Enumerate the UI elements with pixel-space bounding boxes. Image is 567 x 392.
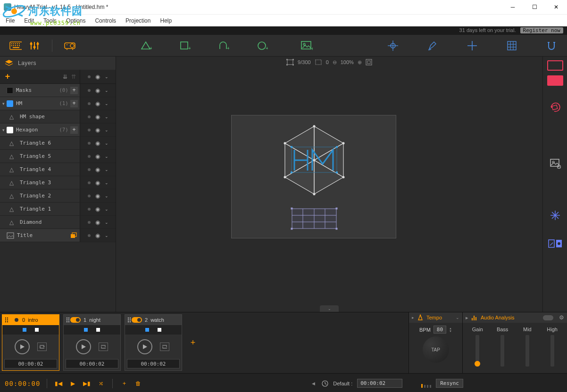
next-button[interactable]: ▶▮ (82, 380, 92, 387)
hm-add-button[interactable]: + (70, 100, 78, 107)
play-icon[interactable] (15, 339, 30, 354)
layer-title[interactable]: Title ◉⌄ (0, 229, 116, 242)
transport-bar: 00:00:00 ▮◀ ▶ ▶▮ ⤭ + 🗑 ◀ Default : Resyn… (0, 373, 567, 392)
grid-icon[interactable] (506, 40, 518, 51)
pen-icon[interactable] (426, 40, 439, 51)
clip-0[interactable]: 0intro 00:00:02 (2, 314, 59, 371)
fit-screen-icon[interactable] (366, 59, 372, 65)
loop-icon[interactable] (37, 343, 47, 351)
gain-slider[interactable]: Gain (466, 327, 490, 369)
play-button[interactable]: ▶ (68, 380, 77, 387)
svg-rect-66 (336, 146, 338, 148)
tap-button[interactable]: TAP (423, 336, 449, 363)
bpm-down-icon[interactable]: ▼ (449, 330, 452, 333)
chevron-icon[interactable]: ⌄ (105, 74, 108, 79)
menu-controls[interactable]: Controls (90, 16, 121, 26)
zoom-out-icon[interactable]: ⊖ (333, 59, 337, 65)
bounds-icon[interactable] (286, 59, 294, 65)
split-screen-icon[interactable] (548, 237, 563, 251)
fill-tool-button[interactable] (547, 75, 563, 86)
crosshair-icon[interactable] (466, 40, 478, 51)
bpm-label: BPM (419, 327, 431, 333)
menu-file[interactable]: File (1, 16, 19, 26)
resync-button[interactable]: Resync (436, 379, 463, 388)
layer-hm-shape[interactable]: △ HM shape ◉⌄ (0, 110, 116, 123)
layer-triangle-5[interactable]: △Triangle 5◉⌄ (0, 150, 116, 163)
media-settings-icon[interactable] (548, 156, 563, 171)
layer-triangle-6[interactable]: △Triangle 6◉⌄ (0, 137, 116, 150)
svg-point-60 (313, 193, 316, 196)
svg-point-59 (342, 176, 345, 179)
outline-tool-button[interactable] (547, 60, 563, 71)
restore-icon[interactable] (69, 232, 77, 239)
add-button[interactable]: + (119, 380, 129, 387)
add-clip-button[interactable]: + (186, 338, 200, 348)
svg-rect-50 (286, 59, 288, 60)
canvas-content[interactable] (232, 115, 397, 239)
layer-sort-up-icon[interactable]: ⇈ (71, 74, 76, 80)
window-maximize-button[interactable]: ☐ (524, 0, 545, 14)
high-slider[interactable]: High (540, 327, 564, 369)
hexagon-add-button[interactable]: + (70, 126, 78, 134)
add-image-icon[interactable]: + (300, 40, 313, 51)
clip-1[interactable]: 1night 00:00:02 (63, 314, 121, 371)
default-time-input[interactable] (357, 379, 402, 388)
layer-group-hexagon[interactable]: ▾ Hexagon (7) + ◉⌄ (0, 123, 116, 137)
layer-masks[interactable]: Masks (0) + ◉⌄ (0, 84, 116, 97)
layer-triangle-3[interactable]: △Triangle 3◉⌄ (0, 176, 116, 189)
clip-2[interactable]: 2watch 00:00:02 (125, 314, 182, 371)
layer-sort-down-icon[interactable]: ⇊ (63, 74, 67, 80)
bass-slider[interactable]: Bass (491, 327, 515, 369)
rotate-tool-icon[interactable] (548, 100, 563, 114)
layer-triangle-2[interactable]: △Triangle 2◉⌄ (0, 189, 116, 203)
bpm-input[interactable]: 80 (434, 326, 446, 334)
add-circle-icon[interactable]: + (256, 40, 268, 51)
vis-dot-icon[interactable] (88, 75, 91, 78)
magnet-icon[interactable] (545, 40, 558, 51)
window-minimize-button[interactable]: ─ (502, 0, 524, 14)
add-square-icon[interactable]: + (179, 40, 191, 51)
canvas-viewport[interactable]: ⌄ (116, 68, 542, 312)
window-close-button[interactable]: ✕ (545, 0, 567, 14)
gear-icon[interactable]: ⚙ (559, 314, 564, 321)
image-icon (7, 232, 14, 239)
menu-options[interactable]: Options (61, 16, 90, 26)
snap-star-icon[interactable] (548, 208, 563, 222)
zoom-in-icon[interactable]: ⊕ (358, 59, 362, 65)
svg-point-18 (33, 46, 36, 48)
layer-diamond[interactable]: △Diamond◉⌄ (0, 216, 116, 229)
svg-rect-95 (475, 317, 476, 320)
add-triangle-icon[interactable]: + (140, 40, 152, 51)
projector-icon[interactable] (64, 40, 76, 51)
sliders-icon[interactable] (28, 40, 41, 51)
canvas-expand-button[interactable]: ⌄ (320, 305, 339, 312)
clip-toggle-icon[interactable] (9, 317, 19, 323)
shuffle-icon[interactable]: ⤭ (96, 380, 106, 387)
shape-count: 9/300 (298, 59, 311, 65)
layer-triangle-1[interactable]: △Triangle 1◉⌄ (0, 203, 116, 216)
keyboard-icon[interactable] (9, 40, 22, 51)
center-target-icon[interactable] (387, 40, 399, 51)
add-arch-icon[interactable]: + (217, 40, 230, 51)
default-label: Default : (333, 381, 352, 386)
delete-icon[interactable]: 🗑 (133, 380, 143, 387)
canvas-frame[interactable] (231, 115, 396, 238)
menu-tools[interactable]: Tools (39, 16, 61, 26)
eye-icon[interactable]: ◉ (95, 74, 100, 80)
audio-toggle-icon[interactable] (543, 315, 553, 320)
menu-help[interactable]: Help (155, 16, 176, 26)
layer-add-button[interactable]: + (0, 72, 15, 82)
chevron-left-icon[interactable]: ◀ (312, 381, 315, 386)
layer-triangle-4[interactable]: △Triangle 4◉⌄ (0, 163, 116, 176)
masks-add-button[interactable]: + (70, 87, 78, 94)
selection-icon[interactable] (315, 59, 322, 65)
layer-group-hm[interactable]: ▾ HM (1) + ◉⌄ (0, 97, 116, 110)
svg-rect-5 (15, 43, 16, 44)
mid-slider[interactable]: Mid (516, 327, 540, 369)
prev-button[interactable]: ▮◀ (54, 380, 63, 387)
svg-rect-7 (19, 43, 20, 44)
menu-projection[interactable]: Projection (121, 16, 155, 26)
register-button[interactable]: Register now (520, 27, 563, 33)
audio-bars-icon (471, 314, 478, 321)
menu-edit[interactable]: Edit (19, 16, 39, 26)
